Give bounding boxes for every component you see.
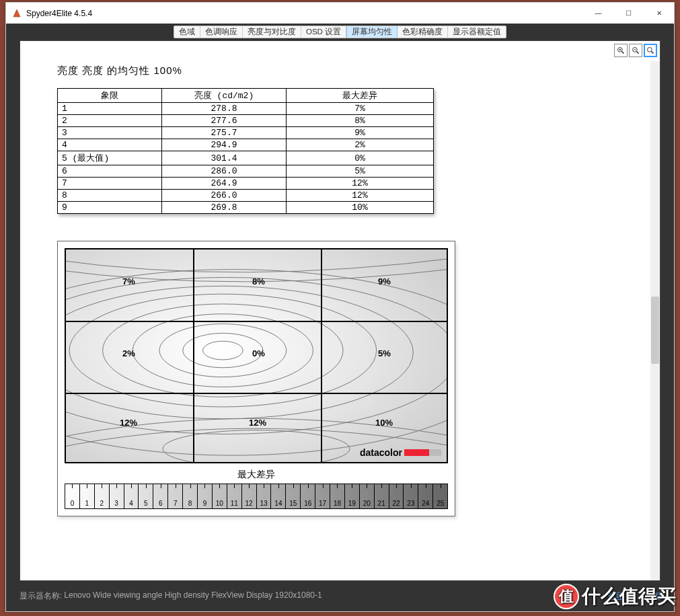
zoom-out-button[interactable] [629, 44, 642, 57]
legend-segment: 2 [95, 484, 110, 508]
status-value: Lenovo Wide viewing angle High density F… [64, 590, 322, 602]
brand-logo: datacolor [360, 447, 441, 458]
legend-segment: 11 [227, 484, 242, 508]
th-maxdiff: 最大差异 [287, 89, 434, 103]
tabs-row: 色域 色调响应 亮度与对比度 OSD 设置 屏幕均匀性 色彩精确度 显示器额定值 [6, 24, 674, 40]
legend-segment: 18 [330, 484, 345, 508]
svg-line-8 [652, 52, 654, 54]
cell-7: 12% [118, 418, 139, 428]
cell-4: 2% [121, 348, 137, 358]
print-link[interactable]: 打印 [608, 590, 624, 602]
tab-tone[interactable]: 色调响应 [200, 26, 243, 38]
app-window: Spyder4Elite 4.5.4 — ☐ ✕ 色域 色调响应 亮度与对比度 … [5, 2, 675, 612]
cell-6: 5% [377, 348, 392, 358]
legend-segment: 1 [80, 484, 95, 508]
cell-8: 12% [248, 418, 268, 428]
cell-5: 0% [251, 348, 266, 358]
legend-segment: 4 [124, 484, 139, 508]
content-area: 亮度 亮度 的均匀性 100% 象限 亮度 (cd/m2) 最大差异 1278.… [20, 40, 660, 581]
table-row: 4294.92% [58, 139, 434, 151]
legend-segment: 9 [198, 484, 213, 508]
report-title: 亮度 亮度 的均匀性 100% [57, 65, 642, 77]
svg-point-7 [648, 48, 652, 52]
table-row: 5 (最大值)301.40% [58, 151, 434, 165]
legend-segment: 21 [375, 484, 389, 508]
legend-segment: 23 [404, 484, 418, 508]
legend-segment: 19 [345, 484, 360, 508]
tab-gamut[interactable]: 色域 [174, 26, 200, 38]
table-row: 6286.05% [58, 165, 434, 178]
legend-segment: 7 [168, 484, 183, 508]
zoom-toolbar [614, 44, 657, 57]
legend-segment: 14 [271, 484, 286, 508]
app-icon [11, 8, 22, 19]
legend-segment: 15 [286, 484, 301, 508]
tab-color-accuracy[interactable]: 色彩精确度 [398, 26, 448, 38]
svg-line-5 [637, 52, 639, 54]
legend-title: 最大差异 [65, 469, 448, 481]
legend-bar: 0123456789101112131415161718192021222324… [65, 484, 448, 509]
uniformity-chart: 7% 8% 9% 2% 0% 5% 12% 12% 10% datacolor [57, 241, 455, 516]
tab-brightness-contrast[interactable]: 亮度与对比度 [243, 26, 301, 38]
legend-segment: 6 [153, 484, 168, 508]
status-label: 显示器名称: [20, 590, 62, 602]
th-quadrant: 象限 [58, 89, 162, 103]
svg-line-1 [622, 52, 624, 54]
table-row: 8266.012% [58, 190, 434, 202]
legend-segment: 13 [257, 484, 272, 508]
title-bar: Spyder4Elite 4.5.4 — ☐ ✕ [6, 3, 674, 24]
tab-osd[interactable]: OSD 设置 [301, 26, 346, 38]
legend-segment: 12 [242, 484, 257, 508]
maximize-button[interactable]: ☐ [613, 3, 644, 23]
legend-segment: 5 [139, 484, 153, 508]
window-controls: — ☐ ✕ [583, 3, 674, 24]
tab-rating[interactable]: 显示器额定值 [448, 26, 506, 38]
minimize-button[interactable]: — [583, 3, 613, 23]
zoom-in-button[interactable] [614, 44, 628, 57]
legend-segment: 25 [433, 484, 447, 508]
close-link[interactable]: 关闭 [644, 590, 660, 602]
app-body: 色域 色调响应 亮度与对比度 OSD 设置 屏幕均匀性 色彩精确度 显示器额定值… [6, 24, 674, 611]
legend-segment: 20 [360, 484, 375, 508]
report: 亮度 亮度 的均匀性 100% 象限 亮度 (cd/m2) 最大差异 1278.… [57, 65, 642, 516]
legend-segment: 10 [213, 484, 227, 508]
uniformity-table: 象限 亮度 (cd/m2) 最大差异 1278.87%2277.68%3275.… [57, 88, 434, 214]
table-row: 2277.68% [58, 115, 434, 127]
legend-segment: 0 [65, 484, 80, 508]
close-button[interactable]: ✕ [644, 3, 674, 23]
legend-segment: 16 [301, 484, 315, 508]
window-title: Spyder4Elite 4.5.4 [26, 9, 583, 18]
scrollbar[interactable] [650, 61, 660, 580]
legend-segment: 22 [389, 484, 404, 508]
table-row: 3275.79% [58, 127, 434, 139]
tabs: 色域 色调响应 亮度与对比度 OSD 设置 屏幕均匀性 色彩精确度 显示器额定值 [174, 26, 506, 38]
cell-1: 7% [121, 276, 137, 286]
cell-9: 10% [374, 418, 394, 428]
legend-segment: 3 [110, 484, 124, 508]
tab-uniformity[interactable]: 屏幕均匀性 [346, 26, 398, 38]
zoom-fit-button[interactable] [644, 44, 657, 57]
legend-segment: 24 [418, 484, 433, 508]
cell-2: 8% [251, 276, 266, 286]
cell-3: 9% [377, 276, 392, 286]
legend-segment: 8 [183, 484, 198, 508]
scrollbar-thumb[interactable] [651, 297, 659, 364]
contour-plot: 7% 8% 9% 2% 0% 5% 12% 12% 10% datacolor [65, 248, 448, 463]
th-luminance: 亮度 (cd/m2) [162, 89, 287, 103]
table-row: 9269.810% [58, 202, 434, 214]
table-row: 7264.912% [58, 178, 434, 190]
status-bar: 显示器名称: Lenovo Wide viewing angle High de… [6, 581, 674, 611]
legend-segment: 17 [315, 484, 330, 508]
table-row: 1278.87% [58, 103, 434, 115]
